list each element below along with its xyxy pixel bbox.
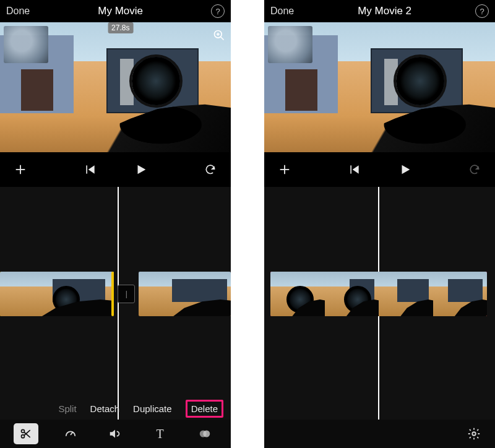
svg-marker-7	[88, 165, 94, 173]
gear-icon[interactable]	[462, 423, 486, 444]
svg-rect-19	[350, 165, 351, 173]
done-button[interactable]: Done	[270, 6, 294, 17]
header: Done My Movie ?	[0, 0, 231, 22]
text-tool-icon[interactable]: T	[148, 423, 173, 444]
speedometer-icon[interactable]	[58, 423, 83, 444]
time-badge: 27.8s	[108, 22, 133, 33]
phone-right: Done My Movie 2 ?	[264, 0, 495, 448]
svg-point-10	[22, 435, 25, 438]
add-media-button[interactable]	[10, 159, 31, 180]
svg-line-1	[221, 37, 224, 40]
transition-placeholder[interactable]: |	[118, 285, 135, 303]
clip-selected[interactable]	[270, 272, 487, 316]
clip-track: |	[0, 271, 231, 317]
scissors-icon[interactable]	[14, 423, 38, 444]
minimap-overlay	[4, 26, 48, 63]
transport-bar	[264, 152, 495, 187]
magnify-plus-icon[interactable]	[211, 27, 227, 43]
project-title: My Movie	[30, 5, 211, 17]
done-button[interactable]: Done	[6, 6, 30, 17]
svg-marker-14	[110, 430, 115, 438]
svg-marker-8	[137, 165, 145, 174]
transport-bar	[0, 152, 231, 187]
svg-point-16	[203, 431, 210, 437]
svg-rect-6	[86, 165, 87, 173]
svg-line-13	[71, 432, 73, 435]
undo-icon[interactable]	[200, 159, 221, 180]
skip-back-icon[interactable]	[344, 159, 365, 180]
header: Done My Movie 2 ?	[264, 0, 495, 22]
preview-frame	[0, 22, 231, 152]
svg-marker-21	[402, 165, 410, 174]
timeline[interactable]: | Split Detach Duplicate Delete T	[0, 187, 231, 448]
phone-left: Done My Movie ? 27.8s	[0, 0, 231, 448]
clip-1-selected[interactable]	[0, 272, 114, 316]
detach-action[interactable]: Detach	[90, 403, 120, 414]
video-preview[interactable]: 27.8s	[0, 22, 231, 152]
clip-2[interactable]	[139, 272, 231, 316]
svg-marker-20	[352, 165, 358, 173]
delete-action[interactable]: Delete	[186, 400, 223, 418]
minimap-overlay	[268, 26, 312, 63]
svg-point-22	[472, 432, 476, 436]
help-icon[interactable]: ?	[475, 4, 489, 18]
volume-icon[interactable]	[103, 423, 127, 444]
bottom-toolbar	[264, 420, 495, 448]
video-preview[interactable]	[264, 22, 495, 152]
play-icon[interactable]	[395, 159, 416, 180]
playhead[interactable]	[378, 187, 379, 448]
trim-handle-right[interactable]	[111, 272, 114, 316]
project-title: My Movie 2	[294, 5, 475, 17]
play-icon[interactable]	[131, 159, 152, 180]
duplicate-action[interactable]: Duplicate	[133, 403, 172, 414]
bottom-toolbar: T	[0, 420, 231, 448]
clip-track	[264, 271, 495, 317]
preview-frame	[264, 22, 495, 152]
add-media-button[interactable]	[274, 159, 295, 180]
help-icon[interactable]: ?	[211, 4, 225, 18]
svg-point-9	[22, 429, 25, 433]
filters-icon[interactable]	[192, 423, 217, 444]
undo-icon-disabled	[464, 159, 485, 180]
clip-actions-bar: Split Detach Duplicate Delete	[0, 397, 231, 420]
split-action[interactable]: Split	[58, 403, 76, 414]
timeline[interactable]	[264, 187, 495, 448]
skip-back-icon[interactable]	[80, 159, 101, 180]
